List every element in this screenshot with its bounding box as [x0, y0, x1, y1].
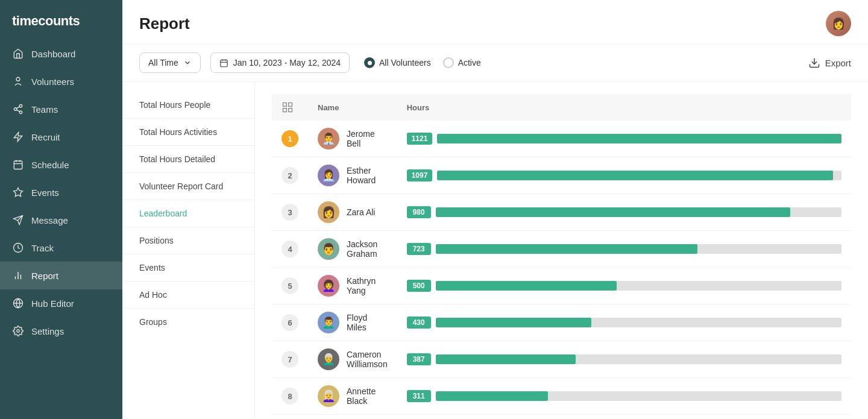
- svg-rect-7: [14, 161, 22, 169]
- name-cell: 👩 Zara Ali: [308, 194, 397, 231]
- hours-cell: 1097: [397, 157, 851, 194]
- table-row: 4 👨 Jackson Graham 723: [272, 231, 851, 268]
- svg-marker-6: [14, 133, 22, 142]
- bar-fill: [436, 354, 576, 364]
- rank-badge: 1: [281, 130, 298, 147]
- rank-cell: 3: [272, 194, 308, 231]
- main-content: Report 👩 All Time Jan 10, 2023 - May 12,…: [122, 0, 868, 419]
- rank-cell: 2: [272, 157, 308, 194]
- left-nav: Total Hours People Total Hours Activitie…: [122, 82, 255, 419]
- sidebar-label-hub-editor: Hub Editor: [31, 298, 74, 309]
- clock-icon: [12, 242, 24, 254]
- hours-bar: 980: [407, 206, 841, 218]
- time-range-dropdown[interactable]: All Time: [139, 52, 201, 73]
- svg-point-0: [16, 77, 20, 81]
- rank-cell: 7: [272, 341, 308, 378]
- nav-leaderboard[interactable]: Leaderboard: [122, 200, 254, 227]
- table-row: 7 👨‍🦳 Cameron Williamson 387: [272, 341, 851, 378]
- person-name: Jackson Graham: [347, 239, 388, 259]
- gear-icon: [12, 325, 24, 337]
- leaderboard-table: Name Hours 1 👨‍💼 Jerome Bell 1121: [272, 94, 851, 415]
- sidebar-label-track: Track: [31, 243, 54, 253]
- paper-plane-icon: [12, 214, 24, 226]
- hours-value: 1097: [407, 169, 433, 181]
- sidebar-item-settings[interactable]: Settings: [0, 317, 122, 345]
- hours-header: Hours: [397, 94, 851, 121]
- person-name: Annette Black: [347, 386, 388, 406]
- filter-all-volunteers[interactable]: All Volunteers: [364, 57, 431, 68]
- person-info: 👨‍💼 Jerome Bell: [318, 128, 388, 150]
- leaderboard-table-area: Name Hours 1 👨‍💼 Jerome Bell 1121: [255, 82, 868, 419]
- person-avatar: 👨‍🦳: [318, 348, 339, 370]
- person-avatar: 👩‍💼: [318, 165, 339, 186]
- svg-point-2: [14, 108, 17, 111]
- bolt-icon: [12, 131, 24, 143]
- bar-fill: [436, 391, 549, 401]
- export-button[interactable]: Export: [808, 57, 851, 69]
- chart-icon: [12, 269, 24, 282]
- rank-badge: 4: [281, 241, 298, 257]
- hours-bar: 430: [407, 317, 841, 329]
- rank-cell: 8: [272, 378, 308, 415]
- nav-events[interactable]: Events: [122, 254, 254, 282]
- hours-bar: 723: [407, 243, 841, 255]
- name-cell: 👨‍💼 Jerome Bell: [308, 121, 397, 157]
- sidebar-item-recruit[interactable]: Recruit: [0, 123, 122, 151]
- person-icon: [12, 75, 24, 87]
- person-info: 👨 Jackson Graham: [318, 238, 388, 260]
- hours-cell: 980: [397, 194, 851, 231]
- name-cell: 👨‍🦳 Cameron Williamson: [308, 341, 397, 378]
- nav-total-hours-activities[interactable]: Total Hours Activities: [122, 119, 254, 146]
- hours-value: 500: [407, 280, 431, 292]
- person-info: 👨‍🦱 Floyd Miles: [318, 312, 388, 333]
- person-info: 👩‍🦳 Annette Black: [318, 385, 388, 407]
- hours-value: 980: [407, 206, 431, 218]
- content-area: Total Hours People Total Hours Activitie…: [122, 82, 868, 419]
- sidebar-item-track[interactable]: Track: [0, 234, 122, 262]
- hours-value: 387: [407, 353, 431, 365]
- hours-bar: 387: [407, 353, 841, 365]
- nav-total-hours-people[interactable]: Total Hours People: [122, 92, 254, 119]
- sidebar-item-dashboard[interactable]: Dashboard: [0, 40, 122, 68]
- filter-active[interactable]: Active: [443, 57, 481, 68]
- person-name: Zara Ali: [347, 207, 375, 217]
- sidebar-item-message[interactable]: Message: [0, 206, 122, 234]
- sidebar-nav: Dashboard Volunteers Teams Recruit Sched: [0, 40, 122, 419]
- hours-value: 311: [407, 390, 431, 402]
- sidebar-item-report[interactable]: Report: [0, 262, 122, 289]
- hours-cell: 723: [397, 231, 851, 268]
- svg-rect-29: [283, 109, 287, 112]
- sidebar-item-volunteers[interactable]: Volunteers: [0, 68, 122, 95]
- svg-point-3: [19, 111, 22, 114]
- bar-track: [436, 244, 841, 254]
- person-name: Jerome Bell: [347, 129, 388, 148]
- home-icon: [12, 48, 24, 60]
- nav-total-hours-detailed[interactable]: Total Hours Detailed: [122, 146, 254, 173]
- date-range-picker[interactable]: Jan 10, 2023 - May 12, 2024: [210, 52, 350, 73]
- sidebar-item-events[interactable]: Events: [0, 178, 122, 206]
- sidebar-item-teams[interactable]: Teams: [0, 95, 122, 123]
- bar-fill: [437, 171, 833, 180]
- sidebar-item-hub-editor[interactable]: Hub Editor: [0, 289, 122, 317]
- radio-active-icon: [443, 57, 454, 68]
- sidebar-item-schedule[interactable]: Schedule: [0, 151, 122, 178]
- logo: timecounts: [0, 0, 122, 40]
- nav-positions[interactable]: Positions: [122, 227, 254, 254]
- share-icon: [12, 103, 24, 115]
- name-cell: 👩‍🦳 Annette Black: [308, 378, 397, 415]
- nav-ad-hoc[interactable]: Ad Hoc: [122, 282, 254, 309]
- avatar[interactable]: 👩: [826, 11, 851, 36]
- nav-groups[interactable]: Groups: [122, 309, 254, 335]
- table-row: 8 👩‍🦳 Annette Black 311: [272, 378, 851, 415]
- hours-bar: 1121: [407, 133, 841, 145]
- bar-track: [436, 281, 841, 291]
- nav-volunteer-report-card[interactable]: Volunteer Report Card: [122, 173, 254, 200]
- person-name: Cameron Williamson: [347, 350, 388, 369]
- radio-all-icon: [364, 57, 375, 68]
- calendar-icon: [12, 159, 24, 171]
- bar-track: [436, 391, 841, 401]
- page-title: Report: [139, 14, 190, 33]
- hours-bar: 1097: [407, 169, 841, 181]
- rank-badge: 7: [281, 351, 298, 368]
- name-cell: 👨‍🦱 Floyd Miles: [308, 304, 397, 341]
